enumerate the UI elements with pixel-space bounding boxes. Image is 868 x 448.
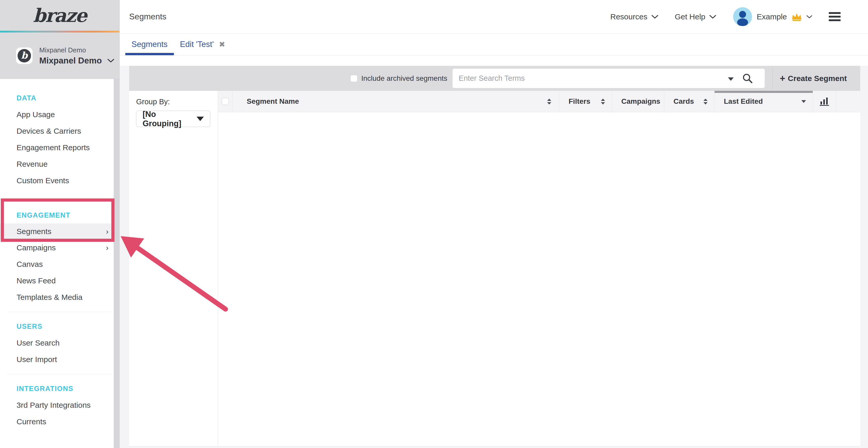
- group-by-select[interactable]: [No Grouping]: [136, 111, 210, 127]
- sidebar-item-news-feed[interactable]: News Feed: [0, 273, 119, 289]
- column-header-filters[interactable]: Filters: [559, 91, 612, 112]
- sidebar-scrollbar[interactable]: [114, 79, 119, 448]
- sidebar-item-devices-carriers[interactable]: Devices & Carriers: [0, 123, 119, 139]
- group-by-panel: Group By: [No Grouping]: [129, 91, 218, 446]
- sidebar-item-revenue[interactable]: Revenue: [0, 156, 119, 172]
- workspace-avatar-letter: b: [18, 49, 31, 63]
- section-header-engagement: ENGAGEMENT: [0, 207, 119, 223]
- user-menu[interactable]: Example: [733, 7, 812, 27]
- tab-edit-test[interactable]: Edit 'Test' ✖: [174, 34, 231, 55]
- tab-bar: Segments Edit 'Test' ✖: [120, 34, 868, 56]
- column-header-cards[interactable]: Cards: [664, 91, 714, 112]
- app-window: braze b Mixpanel Demo Mixpanel Demo DATA…: [0, 0, 868, 448]
- logo-area: braze: [0, 0, 119, 31]
- brand-gradient-bar: [0, 31, 119, 33]
- table-header-row: Segment Name Filters Campaigns Cards: [218, 91, 860, 112]
- column-header-campaigns[interactable]: Campaigns: [612, 91, 664, 112]
- table-body-empty: [218, 112, 860, 446]
- include-archived-checkbox[interactable]: [350, 75, 358, 82]
- divider: [772, 68, 773, 89]
- close-icon[interactable]: ✖: [219, 40, 225, 49]
- segments-toolbar: Include archived segments + Create Segme…: [129, 66, 860, 91]
- get-help-menu[interactable]: Get Help: [675, 12, 716, 21]
- select-all-checkbox-cell: [218, 91, 232, 112]
- create-segment-button[interactable]: + Create Segment: [780, 74, 847, 83]
- crown-icon: [791, 12, 802, 22]
- braze-logo: braze: [33, 4, 87, 26]
- chevron-right-icon: ›: [106, 243, 108, 252]
- sidebar-item-user-search[interactable]: User Search: [0, 335, 119, 351]
- chevron-down-icon: [107, 59, 114, 63]
- segments-content: Include archived segments + Create Segme…: [129, 66, 860, 446]
- sort-icon[interactable]: [704, 99, 708, 105]
- chevron-down-icon: [807, 15, 812, 19]
- chevron-down-icon: [196, 117, 204, 121]
- sort-icon[interactable]: [547, 99, 551, 105]
- search-input[interactable]: [453, 69, 765, 88]
- section-header-data: DATA: [0, 90, 119, 106]
- resources-menu[interactable]: Resources: [610, 12, 658, 21]
- sidebar-divider: [8, 374, 112, 374]
- workspace-name: Mixpanel Demo: [39, 56, 102, 66]
- main-area: Segments Resources Get Help: [120, 0, 868, 448]
- search-dropdown-caret-icon[interactable]: [728, 77, 734, 81]
- sidebar-nav: DATA App Usage Devices & Carriers Engage…: [0, 79, 119, 430]
- tab-segments[interactable]: Segments: [125, 34, 174, 55]
- column-header-last-edited[interactable]: Last Edited: [714, 91, 813, 112]
- sidebar-item-user-import[interactable]: User Import: [0, 351, 119, 368]
- column-header-analytics[interactable]: [813, 91, 836, 112]
- sidebar-divider: [8, 312, 112, 312]
- sort-icon[interactable]: [601, 99, 605, 105]
- sidebar: braze b Mixpanel Demo Mixpanel Demo DATA…: [0, 0, 120, 448]
- select-all-checkbox[interactable]: [222, 98, 229, 105]
- bar-chart-icon: [819, 96, 830, 107]
- segments-table: Segment Name Filters Campaigns Cards: [218, 91, 860, 446]
- chevron-right-icon: ›: [106, 227, 108, 236]
- include-archived-label: Include archived segments: [361, 74, 447, 82]
- content-body: Group By: [No Grouping] Segment Name: [129, 91, 860, 446]
- sidebar-item-templates-media[interactable]: Templates & Media: [0, 289, 119, 306]
- hamburger-menu-icon[interactable]: [829, 12, 841, 21]
- section-header-users: USERS: [0, 318, 119, 335]
- sidebar-item-canvas[interactable]: Canvas: [0, 256, 119, 273]
- sort-descending-icon[interactable]: [801, 100, 806, 103]
- column-header-segment-name[interactable]: Segment Name: [232, 91, 559, 112]
- header-filler: [836, 91, 860, 112]
- plus-icon: +: [780, 74, 785, 83]
- group-by-value: [No Grouping]: [143, 110, 196, 128]
- workspace-label: Mixpanel Demo: [39, 46, 114, 54]
- search-icon[interactable]: [742, 73, 753, 84]
- section-header-integrations: INTEGRATIONS: [0, 380, 119, 397]
- page-title: Segments: [129, 12, 166, 22]
- sidebar-item-custom-events[interactable]: Custom Events: [0, 172, 119, 189]
- chevron-down-icon: [709, 15, 716, 19]
- group-by-label: Group By:: [136, 98, 218, 106]
- sidebar-item-engagement-reports[interactable]: Engagement Reports: [0, 139, 119, 156]
- sidebar-item-campaigns[interactable]: Campaigns ›: [0, 240, 119, 256]
- spacer: [120, 56, 868, 66]
- search-box: [453, 69, 765, 88]
- sidebar-item-currents[interactable]: Currents: [0, 413, 119, 430]
- workspace-avatar: b: [16, 47, 33, 64]
- chevron-down-icon: [652, 15, 658, 19]
- workspace-switcher[interactable]: b Mixpanel Demo Mixpanel Demo: [0, 33, 119, 79]
- sidebar-item-segments[interactable]: Segments ›: [0, 223, 119, 240]
- avatar: [733, 7, 752, 27]
- sidebar-item-app-usage[interactable]: App Usage: [0, 106, 119, 123]
- sidebar-item-3rd-party-integrations[interactable]: 3rd Party Integrations: [0, 397, 119, 413]
- user-name: Example: [757, 12, 787, 21]
- topbar: Segments Resources Get Help: [120, 0, 868, 34]
